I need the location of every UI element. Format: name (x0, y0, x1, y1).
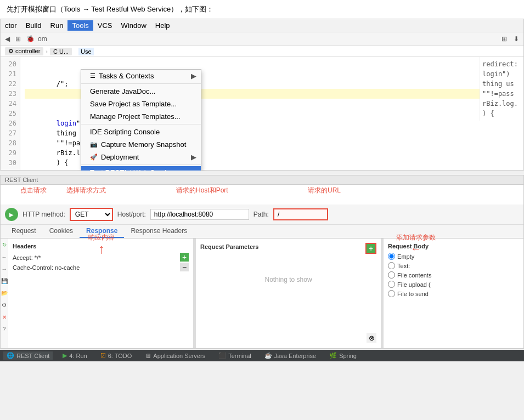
header-accept: Accept: */* (13, 253, 178, 263)
annotation-host: 请求的Host和Port (176, 186, 228, 195)
toolbar: ◀ ⊞ 🐞 om ⊞ ⬇ (1, 32, 523, 46)
toolbar-icon2[interactable]: 🐞 (24, 34, 37, 44)
tab-cookies[interactable]: Cookies (43, 225, 80, 238)
deploy-arrow: ▶ (191, 153, 196, 161)
radio-file-upload[interactable]: File upload ( (388, 281, 519, 288)
code-right-panel: redirect: login") thing us ""!=pass rBiz… (480, 57, 523, 121)
path-input[interactable] (273, 208, 328, 220)
breadcrumb: ⚙ controller › C U... Use (1, 46, 523, 57)
top-annotation: 先打开模拟窗口（Tools → Test Restful Web Service… (0, 0, 524, 19)
icon-left[interactable]: ← (1, 253, 8, 260)
toolbar-back-btn[interactable]: ◀ (3, 34, 12, 44)
menu-item-window[interactable]: Window (117, 20, 151, 31)
send-request-button[interactable]: ▶ (5, 208, 18, 221)
icon-settings[interactable]: ⚙ (1, 301, 8, 309)
delete-param-btn[interactable]: ⊗ (367, 333, 376, 343)
menu-ide-scripting[interactable]: IDE Scripting Console (81, 126, 201, 138)
annotation-url: 请求的URL (308, 186, 341, 195)
server-icon: 🖥 (145, 353, 151, 359)
menu-deployment[interactable]: 🚀 Deployment ▶ (81, 151, 201, 163)
toolbar-download-icon[interactable]: ⬇ (511, 34, 521, 44)
host-label: Host/port: (117, 211, 146, 218)
tab-response[interactable]: Response (80, 225, 124, 238)
status-bar: 🌐 REST Client ▶ 4: Run ☑ 6: TODO 🖥 Appli… (0, 350, 524, 361)
rest-toolbar: ▶ HTTP method: GET POST PUT DELETE Host/… (1, 205, 523, 225)
camera-icon: 📷 (90, 141, 98, 148)
menu-item-run[interactable]: Run (46, 20, 68, 31)
params-title: Request Parameters (200, 243, 258, 250)
toolbar-text: om (38, 35, 47, 43)
menu-save-template[interactable]: Save Project as Template... (81, 98, 201, 110)
menu-generate-javadoc[interactable]: Generate JavaDoc... (81, 85, 201, 98)
status-app-servers[interactable]: 🖥 Application Servers (142, 352, 209, 360)
menu-item-help[interactable]: Help (151, 20, 174, 31)
icon-right[interactable]: → (1, 265, 8, 273)
menu-tasks[interactable]: ☰ Tasks & Contexts ▶ (81, 70, 201, 82)
rest-body: ↻ ← → 💾 📂 ⚙ ✕ ? Headers Accept: */* Cach… (1, 239, 523, 348)
headers-list: Accept: */* Cache-Control: no-cache (13, 253, 178, 273)
icon-close[interactable]: ✕ (1, 313, 8, 321)
remove-header-btn[interactable]: − (180, 263, 189, 271)
radio-file-contents[interactable]: File contents (388, 271, 519, 279)
menu-bar: ctor Build Run Tools VCS Window Help (1, 19, 523, 32)
breadcrumb-use: Use (78, 48, 94, 55)
icon-load[interactable]: 📂 (1, 289, 8, 297)
add-param-btn[interactable]: + (365, 243, 376, 254)
todo-icon: ☑ (100, 352, 106, 359)
line-numbers: 20 21 22 23 24 25 26 27 28 29 30 (1, 57, 20, 170)
menu-item-tools[interactable]: Tools (67, 20, 93, 31)
path-label: Path: (253, 211, 269, 218)
run-icon: ▶ (63, 352, 67, 359)
request-body-section: Request Body Empty Text: File content (384, 239, 523, 348)
deploy-icon: 🚀 (90, 154, 98, 161)
rest-icon: 🌐 (7, 352, 14, 359)
tab-request[interactable]: Request (5, 225, 43, 238)
breadcrumb-item1[interactable]: ⚙ controller (5, 47, 43, 55)
terminal-icon: ⬛ (218, 352, 226, 359)
menu-item-vcs[interactable]: VCS (93, 20, 117, 31)
tab-response-headers[interactable]: Response Headers (124, 225, 194, 238)
tasks-arrow: ▶ (191, 72, 196, 80)
headers-section: Headers Accept: */* Cache-Control: no-ca… (8, 239, 194, 348)
icon-help[interactable]: ? (1, 325, 8, 333)
toolbar-icon1[interactable]: ⊞ (13, 34, 23, 44)
nothing-to-show: Nothing to show (200, 276, 376, 283)
tools-menu: ☰ Tasks & Contexts ▶ Generate JavaDoc...… (81, 69, 201, 171)
menu-capture-memory[interactable]: 📷 Capture Memory Snapshot (81, 138, 201, 151)
tabs-bar: Request Cookies Response Response Header… (1, 225, 523, 239)
radio-file-send[interactable]: File to send (388, 290, 519, 297)
header-cache: Cache-Control: no-cache (13, 263, 178, 273)
status-terminal[interactable]: ⬛ Terminal (215, 351, 255, 360)
params-section: Request Parameters + Nothing to show ⊗ (196, 239, 381, 348)
annotation-click: 点击请求 (20, 186, 47, 195)
menu-test-restful[interactable]: Test RESTful Web Service ← (81, 166, 201, 171)
status-run[interactable]: ▶ 4: Run (59, 351, 90, 360)
radio-empty[interactable]: Empty (388, 253, 519, 260)
status-spring[interactable]: 🌿 Spring (326, 351, 360, 360)
tasks-icon: ☰ (90, 72, 95, 80)
headers-title: Headers (13, 243, 189, 249)
radio-text[interactable]: Text: (388, 262, 519, 269)
status-java-enterprise[interactable]: ☕ Java Enterprise (261, 351, 319, 360)
content-area: Headers Accept: */* Cache-Control: no-ca… (8, 239, 523, 348)
menu-item-build[interactable]: Build (21, 20, 46, 31)
host-input[interactable] (150, 209, 249, 220)
status-todo[interactable]: ☑ 6: TODO (97, 351, 136, 360)
icon-refresh[interactable]: ↻ (1, 241, 8, 248)
annotation-method: 选择请求方式 (66, 186, 106, 195)
spring-icon: 🌿 (329, 352, 337, 359)
method-label: HTTP method: (22, 211, 65, 218)
rest-client-header: REST Client (1, 175, 523, 185)
add-header-btn[interactable]: + (180, 253, 189, 262)
status-rest-client[interactable]: 🌐 REST Client (3, 351, 53, 360)
breadcrumb-item2[interactable]: C U... (50, 48, 72, 55)
java-icon: ☕ (264, 352, 272, 359)
code-editor: 20 21 22 23 24 25 26 27 28 29 30 /"; (1, 57, 523, 170)
body-title: Request Body (388, 243, 519, 249)
toolbar-grid-icon[interactable]: ⊞ (499, 34, 509, 44)
menu-manage-templates[interactable]: Manage Project Templates... (81, 110, 201, 123)
left-panel: ↻ ← → 💾 📂 ⚙ ✕ ? (1, 239, 8, 348)
method-select[interactable]: GET POST PUT DELETE (70, 208, 113, 221)
menu-item-ctor[interactable]: ctor (1, 20, 21, 31)
icon-save[interactable]: 💾 (1, 277, 8, 285)
